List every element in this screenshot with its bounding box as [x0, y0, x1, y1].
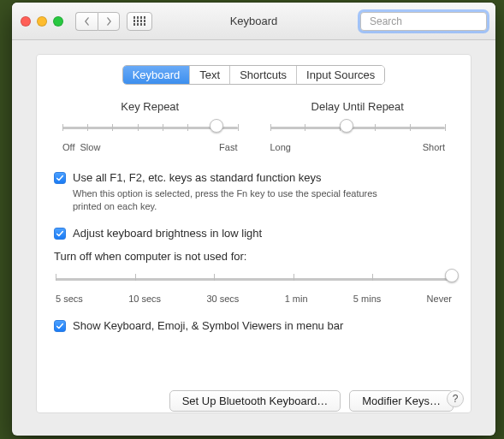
checkmark-icon: [56, 229, 64, 238]
turnoff-5mins: 5 mins: [353, 294, 381, 304]
footer-buttons: Set Up Bluetooth Keyboard… Modifier Keys…: [54, 390, 454, 412]
fn-keys-row: Use all F1, F2, etc. keys as standard fu…: [54, 171, 454, 184]
turnoff-10secs: 10 secs: [128, 294, 161, 304]
keyboard-panel: Keyboard Text Shortcuts Input Sources Ke…: [36, 54, 471, 413]
modifier-keys-button[interactable]: Modifier Keys…: [349, 390, 454, 412]
show-all-button[interactable]: [127, 12, 152, 31]
titlebar: Keyboard: [12, 3, 495, 40]
show-viewers-row: Show Keyboard, Emoji, & Symbol Viewers i…: [54, 319, 454, 332]
window-controls: [21, 16, 63, 27]
turnoff-slider[interactable]: [56, 270, 452, 290]
key-repeat-block: Key Repeat Off Slow Fast: [62, 100, 238, 152]
turnoff-30secs: 30 secs: [206, 294, 239, 304]
show-viewers-checkbox[interactable]: [54, 320, 66, 332]
tab-text[interactable]: Text: [190, 66, 230, 84]
checkmark-icon: [56, 174, 64, 182]
tab-keyboard[interactable]: Keyboard: [123, 66, 191, 84]
turnoff-never: Never: [427, 294, 452, 304]
checkmark-icon: [56, 322, 64, 330]
key-repeat-fast-label: Fast: [219, 142, 237, 152]
brightness-row: Adjust keyboard brightness in low light: [54, 227, 454, 240]
key-repeat-slider[interactable]: [62, 120, 238, 140]
turnoff-1min: 1 min: [285, 294, 308, 304]
brightness-label: Adjust keyboard brightness in low light: [73, 227, 262, 240]
brightness-checkbox[interactable]: [54, 228, 66, 240]
key-repeat-labels: Off Slow Fast: [62, 142, 238, 152]
minimize-window-button[interactable]: [37, 16, 47, 27]
forward-button[interactable]: [98, 12, 120, 31]
show-viewers-label: Show Keyboard, Emoji, & Symbol Viewers i…: [73, 319, 343, 332]
key-repeat-title: Key Repeat: [62, 100, 238, 113]
fn-keys-hint: When this option is selected, press the …: [73, 187, 398, 213]
fn-keys-checkbox[interactable]: [54, 172, 66, 184]
back-button[interactable]: [75, 12, 98, 31]
help-button[interactable]: ?: [447, 390, 464, 407]
tab-shortcuts[interactable]: Shortcuts: [230, 66, 297, 84]
search-field[interactable]: [360, 12, 487, 31]
tabs-row: Keyboard Text Shortcuts Input Sources: [54, 65, 454, 85]
delay-repeat-labels: Long Short: [270, 142, 446, 152]
key-repeat-slow-label: Slow: [80, 142, 100, 152]
tab-segmented-control: Keyboard Text Shortcuts Input Sources: [122, 65, 386, 85]
close-window-button[interactable]: [21, 16, 31, 27]
tab-input-sources[interactable]: Input Sources: [297, 66, 384, 84]
turnoff-title: Turn off when computer is not used for:: [54, 250, 454, 263]
nav-buttons: [75, 12, 120, 31]
chevron-right-icon: [106, 17, 112, 26]
bluetooth-keyboard-button[interactable]: Set Up Bluetooth Keyboard…: [169, 390, 341, 412]
zoom-window-button[interactable]: [53, 16, 63, 27]
content-area: Keyboard Text Shortcuts Input Sources Ke…: [12, 40, 495, 425]
delay-short-label: Short: [423, 142, 445, 152]
sliders-row: Key Repeat Off Slow Fast: [54, 100, 454, 152]
delay-repeat-title: Delay Until Repeat: [270, 100, 446, 113]
chevron-left-icon: [84, 17, 90, 26]
preferences-window: Keyboard Keyboard Text Shortcuts Input S…: [12, 3, 495, 436]
key-repeat-off-label: Off: [62, 142, 74, 152]
search-input[interactable]: [370, 15, 495, 27]
turnoff-5secs: 5 secs: [56, 294, 83, 304]
grid-icon: [133, 16, 146, 26]
delay-repeat-slider[interactable]: [270, 120, 446, 140]
delay-repeat-block: Delay Until Repeat Long Short: [270, 100, 446, 152]
fn-keys-label: Use all F1, F2, etc. keys as standard fu…: [73, 171, 321, 184]
turnoff-labels: 5 secs 10 secs 30 secs 1 min 5 mins Neve…: [56, 294, 452, 304]
delay-long-label: Long: [270, 142, 291, 152]
